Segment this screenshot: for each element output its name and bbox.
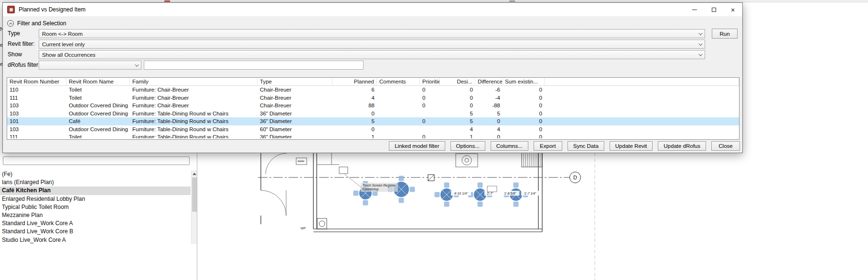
browser-item[interactable]: Standard Live_Work Core B — [0, 228, 191, 236]
column-header[interactable]: Difference — [475, 78, 503, 85]
counter-label-leader — [344, 174, 362, 188]
options-button[interactable]: Options... — [450, 141, 485, 151]
table-row[interactable]: 103Outdoor Covered DiningFurniture: Tabl… — [7, 125, 739, 134]
door-arc-upper — [266, 153, 287, 174]
table-cell-filler — [545, 86, 739, 94]
minimize-icon — [692, 10, 697, 10]
table-cell: 0 — [420, 133, 440, 138]
table-cell: 0 — [503, 117, 545, 125]
export-button[interactable]: Export — [534, 141, 562, 151]
table-cell: 0 — [440, 86, 475, 94]
column-header[interactable]: Planned — [332, 78, 377, 85]
type-combobox[interactable]: Room <-> Room — [39, 29, 705, 38]
table-cell: 101 — [7, 117, 66, 125]
linked-model-filter-button[interactable]: Linked model filter — [389, 141, 445, 151]
table-cell: 111 — [7, 94, 66, 102]
browser-item[interactable]: (Fe) — [0, 170, 191, 178]
project-browser-list: (Fe)lans (Enlarged Plan)Café Kitchen Pla… — [0, 170, 197, 244]
ribbon-icon-fragment — [164, 0, 170, 2]
project-browser-scrollbar[interactable] — [191, 170, 197, 244]
browser-item[interactable]: lans (Enlarged Plan) — [0, 178, 191, 187]
browser-item[interactable]: Café Kitchen Plan — [0, 187, 191, 195]
browser-item[interactable]: Studio Live_Work Core A — [0, 236, 191, 244]
close-button[interactable]: Close — [711, 141, 740, 151]
column-header[interactable]: Comments — [377, 78, 420, 85]
table-cell: -88 — [475, 102, 503, 110]
browser-item[interactable]: Typical Public Toilet Room — [0, 203, 191, 211]
wp-label: WP — [300, 227, 306, 230]
small-tag — [487, 186, 497, 192]
table-cell: 0 — [503, 133, 545, 138]
drofus-filter-text-input[interactable] — [144, 61, 364, 70]
dialog-title: Planned vs Designed Item — [19, 6, 86, 13]
scrollbar-thumb[interactable] — [192, 177, 197, 212]
update-drofus-button[interactable]: Update dRofus — [658, 141, 706, 151]
table-cell — [420, 125, 440, 134]
table-row[interactable]: 103Outdoor Covered DiningFurniture: Tabl… — [7, 110, 739, 118]
show-label: Show — [8, 50, 22, 59]
table-cell: Toilet — [66, 94, 130, 102]
floor-plan[interactable]: D Touch Screen Register Countertop 4'-10… — [197, 153, 868, 280]
table-cell: 0 — [440, 94, 475, 102]
drofus-filter-combobox[interactable] — [39, 61, 141, 70]
table-row[interactable]: 103Outdoor Covered DiningFurniture: Chai… — [7, 102, 739, 110]
column-header[interactable]: Revit Room Name — [66, 78, 130, 85]
columns-button[interactable]: Columns... — [491, 141, 528, 151]
table-cell: 0 — [420, 102, 440, 110]
table-cell-filler — [545, 94, 739, 102]
table-row[interactable]: 101CaféFurniture: Table-Dining Round w C… — [7, 117, 739, 125]
revit-filter-combobox[interactable]: Current level only — [39, 40, 705, 49]
table-cell-filler — [545, 125, 739, 134]
chevron-down-icon — [698, 41, 702, 45]
column-header[interactable]: Desi... — [440, 78, 475, 85]
counter-lines — [296, 153, 478, 174]
project-browser-search-input[interactable] — [3, 156, 190, 165]
column-header[interactable]: Sum existin... — [503, 78, 545, 85]
table-cell: 103 — [7, 125, 66, 134]
table-cell: Outdoor Covered Dining — [66, 110, 130, 118]
results-table[interactable]: Revit Room NumberRevit Room NameFamilyTy… — [7, 77, 739, 140]
chair — [354, 191, 359, 196]
table-cell: 36" Diameter — [257, 110, 332, 118]
dialog-titlebar[interactable]: Planned vs Designed Item — [3, 3, 742, 16]
browser-item[interactable]: Enlarged Residential Lobby Plan — [0, 195, 191, 203]
chair — [435, 192, 440, 197]
column-header[interactable]: Revit Room Number — [7, 78, 66, 85]
scroll-up-button[interactable] — [192, 170, 197, 177]
minimize-button[interactable] — [685, 3, 704, 16]
table-cell: 0 — [503, 110, 545, 118]
table-row[interactable]: 110ToiletFurniture: Chair-BreuerChair-Br… — [7, 86, 739, 94]
browser-item[interactable]: Standard Live_Work Core A — [0, 219, 191, 228]
collapse-section-icon[interactable] — [7, 20, 14, 27]
table-cell: 36" Diameter — [257, 133, 332, 138]
table-cell: 0 — [420, 117, 440, 125]
table-cell: Furniture: Table-Dining Round w Chairs — [130, 110, 257, 118]
maximize-button[interactable] — [704, 3, 723, 16]
column-header[interactable]: Type — [257, 78, 332, 85]
table-cell: 5 — [440, 117, 475, 125]
table-cell: Furniture: Chair-Breuer — [130, 94, 257, 102]
table-cell: 0 — [332, 125, 377, 134]
sync-data-button[interactable]: Sync Data — [568, 141, 604, 151]
counter-label: Touch Screen Register Countertop — [344, 174, 398, 192]
table-cell: 110 — [7, 86, 66, 94]
update-revit-button[interactable]: Update Revit — [610, 141, 653, 151]
table-header-row: Revit Room NumberRevit Room NameFamilyTy… — [7, 78, 739, 86]
table-cell-filler — [545, 117, 739, 125]
chair — [514, 183, 519, 188]
browser-item[interactable]: Mezzanine Plan — [0, 211, 191, 219]
show-combobox[interactable]: Show all Occurrences — [39, 50, 705, 59]
table-cell: 0 — [420, 86, 440, 94]
close-button[interactable] — [723, 3, 742, 16]
drofus-filter-label: dRofus filter: — [8, 61, 40, 70]
section-title: Filter and Selection — [17, 20, 66, 27]
table-cell: Furniture: Chair-Breuer — [130, 86, 257, 94]
column-header[interactable]: Family — [130, 78, 257, 85]
table-row[interactable]: 111ToiletFurniture: Table-Dining Round w… — [7, 133, 739, 138]
chevron-down-icon — [698, 52, 702, 56]
table-row[interactable]: 111ToiletFurniture: Chair-BreuerChair-Br… — [7, 94, 739, 102]
column-header[interactable]: Priorities — [420, 78, 440, 85]
run-button[interactable]: Run — [712, 29, 738, 39]
chair — [363, 200, 368, 206]
drofus-app-icon — [7, 6, 15, 13]
